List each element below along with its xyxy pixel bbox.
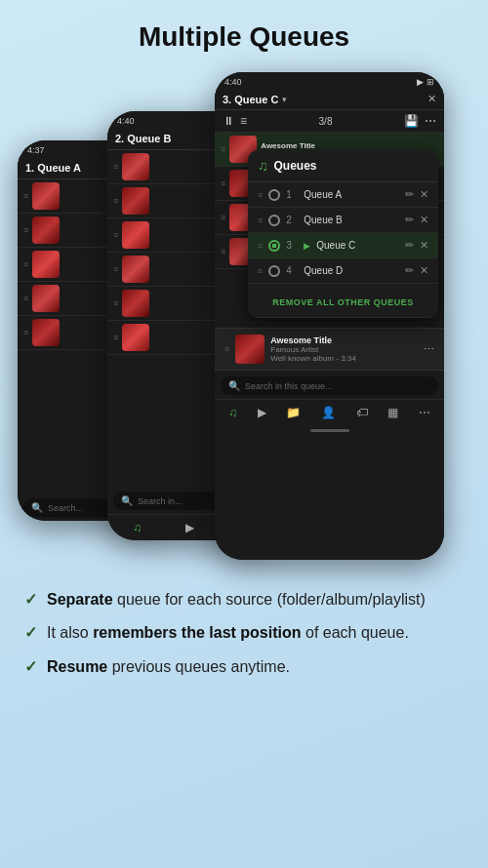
album-art (122, 221, 149, 249)
album-art (122, 256, 149, 283)
queue-num-b: 2 (286, 215, 298, 225)
queue-controls-3: ⏸ ≡ 3/8 💾 ⋯ (215, 110, 444, 133)
drag-handle: ≡ (23, 191, 28, 201)
queue-nav-icon[interactable]: ♫ (133, 521, 142, 534)
drag-handle: ≡ (23, 328, 28, 337)
folder-nav-icon[interactable]: 📁 (286, 406, 301, 419)
queue-header-3[interactable]: 3. Queue C ▾ ✕ (215, 89, 444, 110)
remove-all-label: REMOVE ALL OTHER QUEUES (272, 297, 414, 307)
chevron-down-icon[interactable]: ▾ (282, 95, 287, 104)
now-playing-time: Well known album - 3:34 (270, 354, 418, 363)
queue-num-c: 3 (286, 240, 298, 251)
drag-handle: ≡ (258, 266, 263, 276)
feature-text-2: It also remembers the last position of e… (47, 622, 409, 644)
now-playing-bar: ≡ Awesome Title Famous Artist Well known… (215, 328, 444, 371)
feature-item-3: ✓ Resume previous queues anytime. (24, 656, 459, 678)
album-art (122, 153, 149, 180)
album-art (32, 319, 60, 346)
now-playing-info: Awesome Title Famous Artist Well known a… (270, 335, 418, 363)
drag-handle: ≡ (113, 298, 118, 308)
queues-overlay-title: Queues (274, 159, 317, 173)
playing-indicator-icon: ▶ (304, 241, 310, 251)
queue-label-d: Queue D (304, 265, 399, 276)
feature-text-1: Separate queue for each source (folder/a… (47, 589, 426, 611)
drag-handle: ≡ (113, 230, 118, 240)
drag-handle: ≡ (23, 294, 28, 303)
person-nav-icon[interactable]: 👤 (321, 406, 336, 419)
drag-handle: ≡ (113, 196, 118, 206)
queue-item-d[interactable]: ≡ 4 Queue D ✏ ✕ (248, 258, 438, 284)
edit-icon-a[interactable]: ✏ (405, 188, 414, 201)
queue-item-c[interactable]: ≡ 3 ▶ Queue C ✏ ✕ (248, 233, 438, 258)
more-icon[interactable]: ⋯ (425, 114, 436, 128)
drag-handle: ≡ (258, 216, 263, 225)
bottom-nav-3: ♫ ▶ 📁 👤 🏷 ▦ ⋯ (215, 399, 444, 425)
drag-handle: ≡ (221, 247, 225, 256)
queue-item-a[interactable]: ≡ 1 Queue A ✏ ✕ (248, 182, 438, 208)
queue-name-1: 1. Queue A (25, 162, 81, 174)
phone-3: 4:40 ▶ ⊞ 3. Queue C ▾ ✕ ⏸ ≡ 3/8 💾 ⋯ (215, 72, 444, 560)
drag-handle: ≡ (113, 264, 118, 274)
queues-overlay-header: ♫ Queues (248, 150, 438, 182)
play-nav-icon[interactable]: ▶ (185, 521, 194, 534)
queue-label-c: Queue C (316, 240, 399, 251)
track-title: Awesome Title (261, 141, 438, 150)
check-icon-1: ✓ (24, 590, 37, 609)
drag-handle: ≡ (258, 241, 263, 251)
queue-radio-a[interactable] (268, 189, 280, 201)
track-count: 3/8 (319, 116, 333, 127)
search-bar-3[interactable]: 🔍 Search in this queue... (221, 376, 438, 395)
check-icon-2: ✓ (24, 623, 37, 642)
album-art (122, 290, 149, 317)
album-art (32, 217, 60, 244)
signal-icons: ▶ ⊞ (417, 77, 434, 87)
album-art (122, 324, 149, 351)
status-bar-3: 4:40 ▶ ⊞ (215, 72, 444, 89)
tag-nav-icon[interactable]: 🏷 (356, 406, 368, 419)
features-list: ✓ Separate queue for each source (folder… (0, 579, 488, 709)
feature-item-2: ✓ It also remembers the last position of… (24, 622, 459, 644)
play-nav-icon[interactable]: ▶ (258, 406, 266, 419)
album-art (122, 187, 149, 215)
queue-num-d: 4 (286, 265, 298, 276)
drag-handle: ≡ (113, 162, 118, 172)
edit-icon-c[interactable]: ✏ (405, 239, 414, 252)
delete-icon-b[interactable]: ✕ (420, 214, 428, 226)
remove-all-button[interactable]: REMOVE ALL OTHER QUEUES (248, 284, 438, 318)
time-2: 4:40 (117, 116, 135, 126)
album-art (32, 285, 60, 312)
phones-showcase: 4:37 ▶ 1. Queue A ▶ ≡ ≡ ≡ (0, 62, 488, 570)
delete-icon-c[interactable]: ✕ (420, 239, 428, 252)
edit-icon-d[interactable]: ✏ (405, 264, 414, 277)
more-options-icon[interactable]: ⋯ (424, 343, 434, 356)
drag-handle: ≡ (221, 144, 225, 154)
drag-handle: ≡ (221, 178, 225, 188)
queue-label-b: Queue B (304, 215, 399, 225)
album-art (32, 182, 60, 210)
time-3: 4:40 (224, 77, 242, 87)
sort-icon[interactable]: ≡ (240, 114, 247, 128)
queue-item-b[interactable]: ≡ 2 Queue B ✏ ✕ (248, 208, 438, 233)
now-playing-thumb (235, 335, 264, 364)
save-icon[interactable]: 💾 (404, 114, 419, 128)
queue-nav-icon[interactable]: ♫ (228, 406, 237, 419)
album-art (32, 251, 60, 278)
now-playing-artist: Famous Artist (270, 345, 418, 354)
pause-icon[interactable]: ⏸ (223, 114, 234, 128)
check-icon-3: ✓ (24, 657, 37, 676)
delete-icon-a[interactable]: ✕ (420, 188, 428, 201)
queue-label-a: Queue A (304, 189, 399, 200)
drag-handle: ≡ (224, 344, 229, 354)
drag-handle: ≡ (23, 225, 28, 235)
page-title: Multiple Queues (0, 0, 488, 62)
search-icon: 🔍 (31, 502, 43, 513)
edit-icon-b[interactable]: ✏ (405, 214, 414, 226)
queue-radio-d[interactable] (268, 265, 280, 277)
drag-handle: ≡ (221, 213, 225, 222)
equalizer-nav-icon[interactable]: ▦ (387, 406, 398, 419)
queue-radio-b[interactable] (268, 215, 280, 226)
close-icon[interactable]: ✕ (427, 93, 436, 105)
queue-radio-c[interactable] (268, 240, 280, 252)
more-nav-icon[interactable]: ⋯ (419, 406, 430, 419)
delete-icon-d[interactable]: ✕ (420, 264, 428, 277)
